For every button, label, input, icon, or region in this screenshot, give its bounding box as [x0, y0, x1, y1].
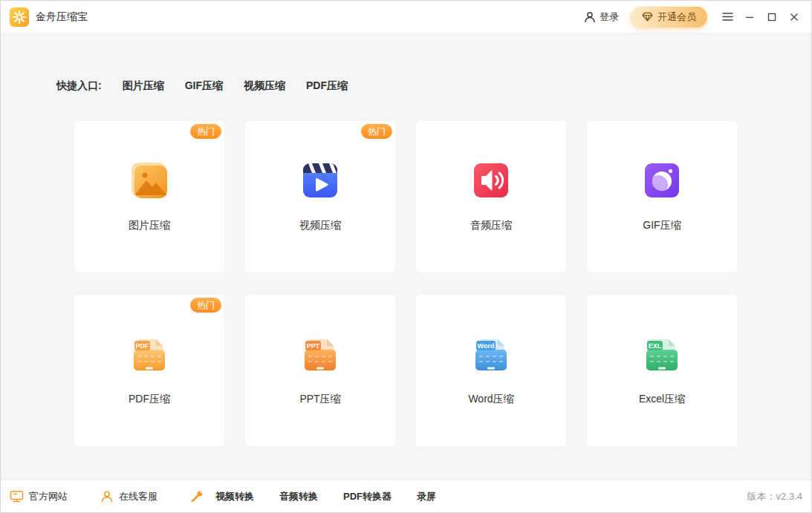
hot-badge: 热门	[190, 298, 221, 313]
menu-button[interactable]	[716, 6, 738, 28]
vip-button[interactable]: 开通会员	[631, 7, 707, 27]
card-word-compress[interactable]: Word Word压缩	[416, 295, 566, 446]
card-label: Excel压缩	[639, 393, 685, 406]
minimize-icon	[745, 13, 754, 22]
card-label: 图片压缩	[129, 219, 170, 232]
pdf-converter-link[interactable]: PDF转换器	[343, 490, 392, 503]
quick-link-gif-compress[interactable]: GIF压缩	[185, 79, 223, 93]
app-window: 金舟压缩宝 登录 开通会员	[0, 0, 812, 513]
audio-convert-link[interactable]: 音频转换	[279, 490, 318, 503]
card-label: PDF压缩	[129, 393, 170, 406]
screen-record-link[interactable]: 录屏	[417, 490, 436, 503]
main-content: 快捷入口: 图片压缩 GIF压缩 视频压缩 PDF压缩 热门	[1, 33, 811, 480]
hamburger-menu-icon	[722, 12, 733, 22]
pdf-compress-icon: PDF	[130, 335, 169, 373]
feature-grid: 热门	[74, 121, 811, 446]
online-support-link[interactable]: 在线客服	[100, 490, 157, 503]
app-logo-icon	[10, 7, 29, 27]
ppt-tag-label: PPT	[307, 342, 320, 350]
audio-compress-icon	[472, 161, 510, 200]
close-button[interactable]	[783, 6, 805, 28]
word-tag-label: Word	[478, 342, 495, 350]
card-label: Word压缩	[468, 393, 513, 406]
pdf-tag-label: PDF	[136, 342, 150, 350]
video-convert-link[interactable]: 视频转换	[215, 490, 254, 503]
video-compress-icon	[301, 161, 340, 200]
card-pdf-compress[interactable]: 热门 PDF PDF压缩	[74, 295, 224, 446]
quick-link-image-compress[interactable]: 图片压缩	[123, 79, 164, 93]
gem-icon	[642, 12, 653, 22]
excel-tag-label: EXL	[649, 342, 662, 350]
card-label: 视频压缩	[299, 219, 341, 232]
minimize-button[interactable]	[738, 6, 761, 28]
login-button[interactable]: 登录	[584, 10, 619, 24]
hot-badge: 热门	[361, 124, 392, 139]
ppt-compress-icon: PPT	[301, 335, 340, 373]
online-support-label: 在线客服	[119, 490, 157, 503]
card-audio-compress[interactable]: 音频压缩	[416, 121, 566, 272]
image-compress-icon	[130, 161, 169, 200]
close-icon	[790, 13, 799, 22]
vip-label: 开通会员	[657, 10, 696, 24]
word-compress-icon: Word	[472, 335, 510, 373]
card-label: PPT压缩	[299, 393, 340, 406]
gif-compress-icon	[643, 161, 681, 200]
converter-tools-icon	[190, 490, 204, 503]
card-label: 音频压缩	[470, 219, 512, 232]
title-bar: 金舟压缩宝 登录 开通会员	[1, 1, 811, 33]
title-bar-right: 登录 开通会员	[584, 6, 805, 28]
maximize-button[interactable]	[761, 6, 783, 28]
login-label: 登录	[600, 10, 619, 24]
card-ppt-compress[interactable]: PPT PPT压缩	[245, 295, 395, 446]
user-icon	[584, 11, 596, 23]
official-website-label: 官方网站	[29, 490, 68, 503]
official-website-link[interactable]: 官方网站	[10, 489, 68, 503]
card-excel-compress[interactable]: EXL Excel压缩	[587, 295, 737, 446]
quick-entry-row: 快捷入口: 图片压缩 GIF压缩 视频压缩 PDF压缩	[56, 79, 811, 93]
hot-badge: 热门	[190, 124, 221, 139]
title-bar-left: 金舟压缩宝	[10, 7, 88, 27]
quick-link-video-compress[interactable]: 视频压缩	[244, 79, 285, 93]
customer-service-icon	[100, 490, 114, 503]
card-video-compress[interactable]: 热门	[245, 121, 395, 272]
footer-bar: 官方网站 在线客服 视频转换 音频转换 PDF转换器 录屏 版本：v2.3.4	[1, 480, 811, 512]
maximize-icon	[767, 13, 776, 22]
quick-link-pdf-compress[interactable]: PDF压缩	[306, 79, 348, 93]
card-gif-compress[interactable]: GIF压缩	[587, 121, 737, 272]
version-label: 版本：v2.3.4	[747, 490, 802, 503]
card-image-compress[interactable]: 热门	[74, 121, 224, 272]
monitor-icon	[10, 489, 24, 503]
quick-entry-label: 快捷入口:	[56, 79, 102, 93]
excel-compress-icon: EXL	[643, 335, 681, 373]
card-label: GIF压缩	[643, 219, 681, 232]
app-title: 金舟压缩宝	[36, 10, 88, 24]
